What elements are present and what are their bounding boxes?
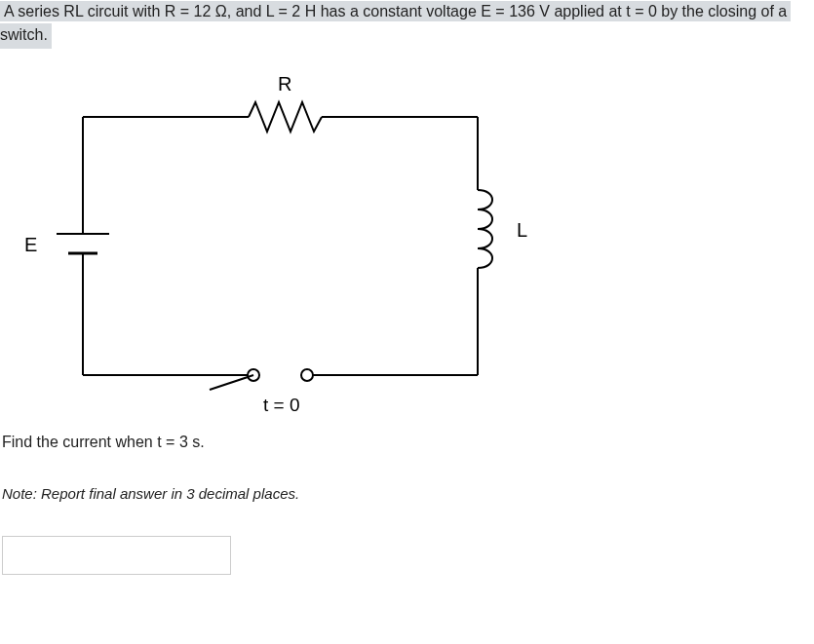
label-switch-time: t = 0 <box>263 395 300 416</box>
svg-point-5 <box>301 369 313 381</box>
note-text: Note: Report final answer in 3 decimal p… <box>2 485 814 502</box>
label-resistor: R <box>278 73 291 95</box>
problem-line2: switch. <box>0 23 52 49</box>
circuit-svg <box>19 63 604 424</box>
problem-statement: A series RL circuit with R = 12 Ω, and L… <box>0 0 814 49</box>
circuit-diagram: R E L t = 0 <box>19 63 604 424</box>
svg-line-7 <box>210 375 253 390</box>
problem-line1: A series RL circuit with R = 12 Ω, and L… <box>0 1 791 21</box>
label-source: E <box>24 234 37 256</box>
label-inductor: L <box>517 219 527 242</box>
question-text: Find the current when t = 3 s. <box>2 434 814 451</box>
answer-input[interactable] <box>2 536 231 575</box>
